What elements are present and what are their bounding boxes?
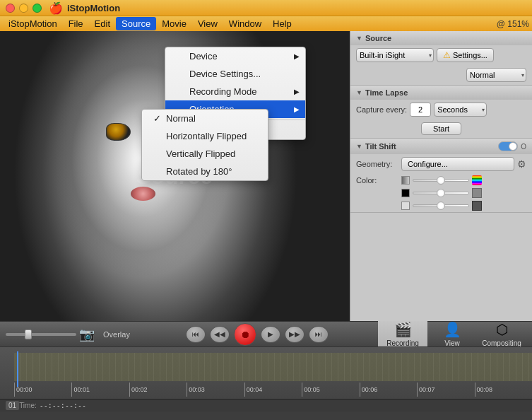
maximize-button[interactable] [32, 4, 42, 13]
transport-buttons: ⏮ ◀◀ ⏺ ▶ ▶▶ ⏭ [140, 323, 375, 346]
ruler-mark-4: 00:04 [244, 383, 302, 397]
black-slider-row [350, 187, 532, 199]
gray-swatch [472, 188, 482, 198]
geometry-label: Geometry: [356, 160, 398, 168]
timecode-label: Time: [19, 402, 37, 409]
overlay-label: Overlay [103, 330, 130, 339]
dark-swatch [472, 201, 482, 211]
timecode-bar: 01 Time: --:--:--:-- [0, 399, 532, 412]
source-section-header[interactable]: ▼ Source [350, 31, 532, 45]
orientation-dropdown-wrapper: Normal ▾ [466, 68, 526, 82]
overlay-section: 📷 [6, 327, 95, 342]
geometry-row: Geometry: Configure... ⚙ [350, 154, 532, 174]
orientation-select[interactable]: Normal [466, 68, 526, 82]
orientation-h-flipped[interactable]: Horizontally Flipped [142, 127, 268, 145]
orientation-submenu[interactable]: ✓ Normal Horizontally Flipped Vertically… [141, 109, 268, 181]
app-title: iStopMotion [67, 3, 120, 13]
menu-file[interactable]: File [63, 17, 89, 30]
toggle-label: O [521, 143, 526, 151]
capture-label: Capture every: [356, 105, 407, 114]
ruler-mark-6: 00:06 [360, 383, 417, 397]
bottom-slider-row [350, 199, 532, 212]
unit-select[interactable]: Seconds [434, 103, 487, 117]
video-area: Source Device ▶ Device Settings... Recor… [0, 31, 350, 321]
color-slider-2[interactable] [413, 192, 469, 194]
timeline-ruler: 00:00 00:01 00:02 00:03 00:04 00:05 00:0… [14, 383, 532, 397]
gear-icon[interactable]: ⚙ [517, 158, 526, 170]
orientation-normal[interactable]: ✓ Normal [142, 110, 268, 127]
forward-button[interactable]: ▶▶ [285, 326, 305, 343]
menu-source[interactable]: Source [116, 17, 156, 30]
source-triangle: ▼ [356, 35, 362, 42]
menubar: iStopMotion File Edit Source Movie View … [0, 16, 532, 31]
timeline-area[interactable]: 00:00 00:01 00:02 00:03 00:04 00:05 00:0… [0, 346, 532, 399]
rewind-button[interactable]: ◀◀ [210, 326, 230, 343]
unit-dropdown-wrapper: Seconds ▾ [434, 103, 487, 117]
ruler-mark-5: 00:05 [302, 383, 359, 397]
start-button[interactable]: Start [421, 122, 461, 135]
timecode-value: --:--:--:-- [40, 402, 86, 409]
ruler-mark-1: 00:01 [71, 383, 129, 397]
menu-istopmotion[interactable]: iStopMotion [3, 17, 63, 30]
compositing-tab-icon: ⬡ [496, 321, 508, 338]
device-select[interactable]: Built-in iSight [356, 48, 434, 62]
source-section: ▼ Source Built-in iSight ▾ ⚠ Settings... [350, 31, 532, 86]
close-button[interactable] [6, 4, 15, 13]
timelapse-section: ▼ Time Lapse Capture every: Seconds ▾ St… [350, 86, 532, 139]
color-spectrum-icon [472, 175, 482, 185]
camera-overlay-icon: 📷 [79, 327, 95, 342]
menu-item-device-settings[interactable]: Device Settings... [165, 65, 305, 83]
titlebar: 🍎 iStopMotion [0, 0, 532, 16]
recording-tab-icon: 🎬 [394, 321, 412, 338]
configure-button[interactable]: Configure... [401, 157, 514, 171]
overlay-slider[interactable] [6, 333, 76, 336]
menu-help[interactable]: Help [267, 17, 297, 30]
record-button[interactable]: ⏺ [234, 323, 256, 346]
menu-view[interactable]: View [192, 17, 223, 30]
menu-window[interactable]: Window [223, 17, 267, 30]
play-button[interactable]: ▶ [261, 326, 280, 343]
transport-bar: 📷 Overlay ⏮ ◀◀ ⏺ ▶ ▶▶ ⏭ 🎬 Recording 👤 Vi… [0, 321, 532, 346]
orientation-v-flipped[interactable]: Vertically Flipped [142, 145, 268, 163]
color-slider-1[interactable] [413, 179, 469, 182]
tiltshift-header[interactable]: ▼ Tilt Shift O [350, 139, 532, 154]
device-dropdown-wrapper: Built-in iSight ▾ [356, 48, 434, 62]
color-label-row: Color: [350, 174, 532, 187]
menu-item-recording-mode[interactable]: Recording Mode ▶ [165, 83, 305, 100]
color-swatch-mid [401, 176, 410, 185]
ruler-mark-0: 00:00 [14, 383, 71, 397]
window-controls [6, 4, 42, 13]
menu-edit[interactable]: Edit [89, 17, 116, 30]
forward-to-end-button[interactable]: ⏭ [309, 326, 329, 343]
ruler-mark-3: 00:03 [187, 383, 244, 397]
timelapse-title: Time Lapse [365, 88, 408, 97]
timelapse-header[interactable]: ▼ Time Lapse [350, 86, 532, 100]
rewind-to-start-button[interactable]: ⏮ [186, 326, 206, 343]
source-title: Source [365, 34, 391, 42]
light-swatch [401, 202, 410, 210]
device-row: Built-in iSight ▾ ⚠ Settings... [350, 45, 532, 65]
view-tab-icon: 👤 [444, 321, 461, 338]
menu-item-device[interactable]: Device ▶ [165, 47, 305, 65]
ruler-mark-2: 00:02 [129, 383, 187, 397]
color-slider-3[interactable] [413, 204, 469, 207]
tiltshift-triangle: ▼ [356, 143, 362, 150]
minimize-button[interactable] [19, 4, 28, 13]
capture-value-input[interactable] [410, 103, 431, 117]
orientation-rotated[interactable]: Rotated by 180° [142, 163, 268, 180]
tiltshift-section: ▼ Tilt Shift O Geometry: Configure... ⚙ … [350, 139, 532, 213]
black-swatch [401, 189, 410, 197]
tiltshift-toggle[interactable] [498, 141, 518, 151]
warning-icon: ⚠ [443, 50, 451, 60]
orientation-row: Normal ▾ [350, 65, 532, 85]
ruler-mark-8: 00:08 [475, 383, 532, 397]
timeline-frames [14, 353, 532, 381]
main-area: Source Device ▶ Device Settings... Recor… [0, 31, 532, 321]
capture-row: Capture every: Seconds ▾ [350, 100, 532, 119]
settings-button[interactable]: ⚠ Settings... [437, 48, 494, 62]
apple-icon: 🍎 [49, 1, 63, 15]
right-panel: ▼ Source Built-in iSight ▾ ⚠ Settings... [350, 31, 532, 321]
timeline-playhead[interactable] [17, 351, 18, 387]
menu-movie[interactable]: Movie [156, 17, 192, 30]
zoom-level: @ 151% [497, 19, 529, 29]
